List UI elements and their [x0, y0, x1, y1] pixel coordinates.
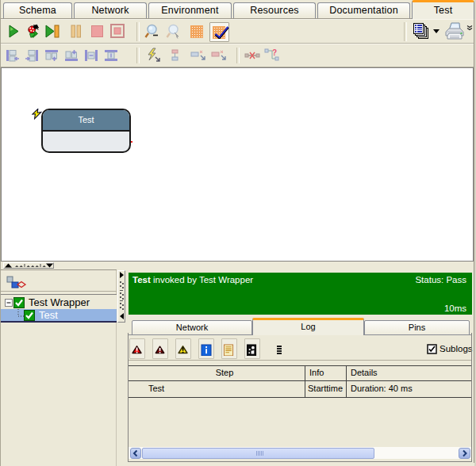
svg-text:?: ?: [272, 48, 277, 57]
